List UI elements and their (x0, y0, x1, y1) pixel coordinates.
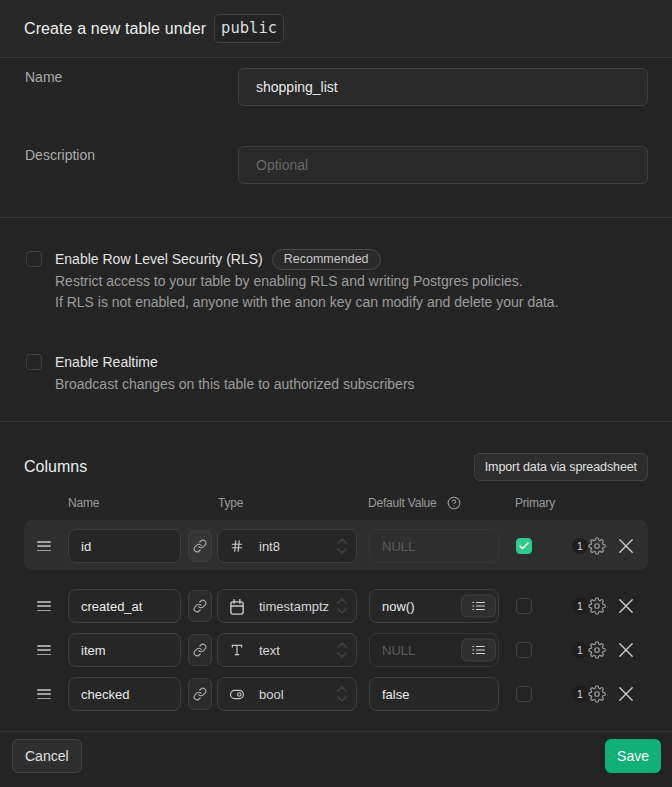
list-icon (472, 644, 485, 657)
rls-toggle-row: Enable Row Level Security (RLS) Recommen… (26, 248, 648, 312)
x-icon (619, 687, 633, 701)
realtime-checkbox[interactable] (26, 354, 42, 370)
column-type-value: timestamptz (259, 599, 336, 614)
header-name: Name (68, 496, 99, 510)
link-icon (193, 599, 207, 613)
x-icon (619, 539, 633, 553)
import-data-button[interactable]: Import data via spreadsheet (474, 453, 648, 481)
save-button[interactable]: Save (605, 739, 661, 773)
column-type-select[interactable]: bool (217, 677, 357, 711)
primary-checkbox[interactable] (516, 538, 532, 554)
remove-column-button[interactable] (619, 539, 633, 553)
column-settings-button[interactable]: 1 (572, 684, 606, 704)
column-settings-button[interactable]: 1 (572, 640, 606, 660)
rls-description-line1: Restrict access to your table by enablin… (55, 271, 559, 291)
check-icon (518, 540, 530, 552)
default-value-suggestions-button[interactable] (461, 639, 496, 662)
link-icon (193, 539, 207, 553)
x-icon (619, 599, 633, 613)
dialog-title: Create a new table under (24, 20, 206, 38)
drag-handle-icon[interactable] (37, 645, 51, 655)
drag-handle-icon[interactable] (37, 601, 51, 611)
name-label: Name (24, 68, 238, 86)
column-row: text1 (0, 628, 672, 672)
link-icon (193, 687, 207, 701)
column-rows: int81timestamptz1text1bool1 (0, 520, 672, 716)
options-section: Enable Row Level Security (RLS) Recommen… (0, 218, 672, 422)
column-row: int81 (0, 520, 672, 570)
foreign-key-link-button[interactable] (188, 678, 212, 710)
hash-icon (230, 539, 244, 553)
default-value-suggestions-button[interactable] (461, 595, 496, 618)
dialog-header: Create a new table under public (0, 0, 672, 58)
settings-count-badge: 1 (572, 598, 588, 614)
rls-checkbox[interactable] (26, 251, 42, 267)
rls-label: Enable Row Level Security (RLS) (55, 251, 263, 267)
recommended-badge: Recommended (272, 249, 381, 270)
rls-description-line2: If RLS is not enabled, anyone with the a… (55, 292, 559, 312)
chevrons-up-down-icon (336, 537, 348, 555)
gear-icon (588, 641, 606, 659)
column-default-value-input[interactable] (369, 529, 499, 563)
column-type-value: text (259, 643, 336, 658)
column-name-input[interactable] (68, 529, 181, 563)
column-name-input[interactable] (68, 633, 181, 667)
create-table-dialog: Create a new table under public Name Des… (0, 0, 672, 787)
settings-count-badge: 1 (572, 538, 588, 554)
primary-checkbox[interactable] (516, 686, 532, 702)
type-icon (230, 643, 244, 657)
columns-grid-header: Name Type Default Value Primary (0, 496, 672, 509)
gear-icon (588, 597, 606, 615)
primary-checkbox[interactable] (516, 598, 532, 614)
table-name-input[interactable] (238, 68, 648, 106)
column-name-input[interactable] (68, 677, 181, 711)
x-icon (619, 643, 633, 657)
column-settings-button[interactable]: 1 (572, 536, 606, 556)
chevrons-up-down-icon (336, 685, 348, 703)
basic-info-section: Name Description (0, 58, 672, 218)
header-primary: Primary (515, 496, 555, 510)
realtime-label: Enable Realtime (55, 354, 158, 370)
drag-handle-icon[interactable] (37, 689, 51, 699)
schema-badge: public (214, 14, 284, 43)
dialog-footer: Cancel Save (0, 731, 672, 787)
gear-icon (588, 537, 606, 555)
foreign-key-link-button[interactable] (188, 590, 212, 622)
calendar-icon (230, 599, 244, 613)
drag-handle-icon[interactable] (37, 541, 51, 551)
column-type-value: int8 (259, 539, 336, 554)
column-name-input[interactable] (68, 589, 181, 623)
settings-count-badge: 1 (572, 686, 588, 702)
description-row: Description (24, 146, 648, 184)
help-icon[interactable] (447, 496, 461, 510)
foreign-key-link-button[interactable] (188, 530, 212, 562)
remove-column-button[interactable] (619, 687, 633, 701)
remove-column-button[interactable] (619, 599, 633, 613)
remove-column-button[interactable] (619, 643, 633, 657)
header-default-value: Default Value (368, 496, 437, 510)
list-icon (472, 600, 485, 613)
column-settings-button[interactable]: 1 (572, 596, 606, 616)
link-icon (193, 643, 207, 657)
foreign-key-link-button[interactable] (188, 634, 212, 666)
column-default-value-input[interactable] (369, 677, 499, 711)
toggle-icon (230, 687, 244, 701)
settings-count-badge: 1 (572, 642, 588, 658)
column-type-select[interactable]: timestamptz (217, 589, 357, 623)
cancel-button[interactable]: Cancel (12, 739, 82, 773)
table-description-input[interactable] (238, 146, 648, 184)
header-type: Type (218, 496, 243, 510)
gear-icon (588, 685, 606, 703)
column-row: bool1 (0, 672, 672, 716)
column-row: timestamptz1 (0, 584, 672, 628)
columns-title: Columns (24, 458, 87, 476)
chevrons-up-down-icon (336, 597, 348, 615)
name-row: Name (24, 68, 648, 106)
columns-section: Columns Import data via spreadsheet Name… (0, 422, 672, 731)
primary-checkbox[interactable] (516, 642, 532, 658)
column-type-select[interactable]: text (217, 633, 357, 667)
chevrons-up-down-icon (336, 641, 348, 659)
description-label: Description (24, 146, 238, 164)
realtime-toggle-row: Enable Realtime Broadcast changes on thi… (26, 351, 648, 394)
column-type-select[interactable]: int8 (217, 529, 357, 563)
